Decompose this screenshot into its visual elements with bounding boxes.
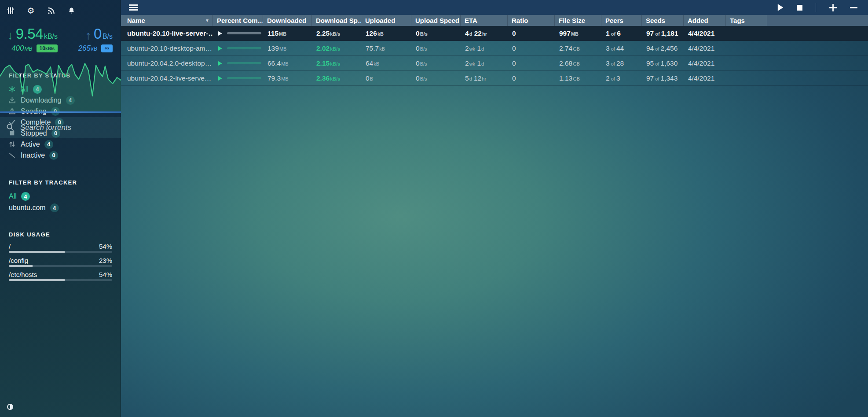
menu-icon[interactable] [129,3,138,12]
column-header-percent-com[interactable]: Percent Com… [213,15,263,26]
column-header-label: Seeds [646,17,665,24]
column-header-peers[interactable]: Peers [601,15,642,26]
download-limit-badge[interactable]: 10kB/s [37,44,58,52]
rss-icon[interactable] [46,5,56,16]
percent-complete-cell [213,56,263,70]
disk-section-title: DISK USAGE [9,231,112,238]
column-header-label: Download Sp… [316,17,361,24]
seeds-cell: 97 of 1,343 [642,71,684,85]
search-icon [6,123,15,132]
tags-cell [726,41,767,55]
upload-speed-unit: B/s [103,33,113,41]
column-header-label: Ratio [512,17,528,24]
filter-item-inactive[interactable]: Inactive0 [9,150,112,161]
tags-cell [726,26,767,41]
added-cell: 4/4/2021 [684,26,726,41]
disk-labels: /54% [9,243,112,251]
tracker-label: All [9,192,17,200]
peers-cell: 3 of 44 [601,41,642,55]
theme-toggle-icon[interactable] [6,403,15,412]
disk-labels: /config23% [9,257,112,265]
uploaded-cell: 0B [361,71,411,85]
sidebar-icon-bar: ⚙ [0,0,121,16]
progress-bar [227,77,261,79]
start-torrent-icon[interactable] [777,4,784,11]
active-icon [9,141,15,148]
column-header-label: File Size [559,17,585,24]
column-header-downloaded[interactable]: Downloaded [263,15,312,26]
remove-torrent-icon[interactable] [850,4,857,11]
tracker-item-ubuntu-com[interactable]: ubuntu.com4 [9,202,112,214]
upload-speed-value: 0 [94,26,102,42]
column-header-label: Name [127,17,145,24]
download-speed-unit: kB/s [44,33,58,41]
torrent-row[interactable]: ubuntu-20.04.2.0-desktop… 66.4MB2.15kB/s… [121,56,868,71]
upload-speed-block: ↑ 0 B/s 265kB ∞ [60,26,121,53]
toolbar [121,0,868,15]
tracker-count-badge: 4 [21,192,30,201]
eta-cell: 2wk 1d [461,41,508,55]
download-speed-value: 9.54 [16,26,43,42]
download-speed-cell: 2.15kB/s [312,56,361,70]
download-speed-block: ↓ 9.54 kB/s 400MB 10kB/s [0,26,60,53]
uploaded-cell: 64kB [361,56,411,70]
torrent-name-cell: ubuntu-20.10-desktop-am… [121,41,213,55]
column-header-label: Peers [605,17,623,24]
torrent-name-cell: ubuntu-20.04.2.0-desktop… [121,56,213,70]
column-header-added[interactable]: Added [684,15,726,26]
torrent-name-cell: ubuntu-20.04.2-live-serve… [121,71,213,85]
disk-path: /etc/hosts [9,271,37,279]
uploaded-cell: 126kB [361,26,411,41]
tags-cell [726,56,767,70]
upload-speed-cell: 0B/s [411,41,461,55]
column-header-file-size[interactable]: File Size [555,15,601,26]
add-torrent-icon[interactable] [829,4,837,11]
column-header-tags[interactable]: Tags [726,15,767,26]
search-box[interactable] [0,117,121,138]
stop-torrent-icon[interactable] [797,5,802,11]
file-size-cell: 997MB [555,26,601,41]
play-status-icon [218,31,222,36]
play-status-icon [218,76,222,81]
search-input[interactable] [20,123,113,132]
filter-count-badge: 0 [49,151,58,160]
filter-item-active[interactable]: Active4 [9,139,112,150]
filter-by-tracker-section: FILTER BY TRACKER All4ubuntu.com4 [9,179,112,214]
tracker-item-all[interactable]: All4 [9,191,112,202]
column-header-label: Percent Com… [217,17,263,24]
downloaded-cell: 79.3MB [263,71,312,85]
bell-icon[interactable] [66,5,77,16]
torrent-table-header: Name▼Percent Com…DownloadedDownload Sp…U… [121,15,868,26]
torrent-row[interactable]: ubuntu-20.04.2-live-serve… 79.3MB2.36kB/… [121,71,868,86]
column-header-download-sp[interactable]: Download Sp… [312,15,361,26]
column-header-label: Upload Speed [415,17,459,24]
column-header-eta[interactable]: ETA [461,15,508,26]
torrent-row[interactable]: ubuntu-20.10-desktop-am… 139MB2.02kB/s75… [121,41,868,56]
ratio-cell: 0 [508,71,555,85]
percent-complete-cell [213,71,263,85]
transfer-speeds: ↓ 9.54 kB/s 400MB 10kB/s ↑ 0 B/s 265kB ∞ [0,26,121,53]
upload-arrow-icon: ↑ [85,29,91,42]
disk-path: / [9,243,11,251]
column-header-name[interactable]: Name▼ [121,15,213,26]
downloaded-cell: 139MB [263,41,312,55]
column-header-seeds[interactable]: Seeds [642,15,684,26]
torrent-row[interactable]: ubuntu-20.10-live-server-… 115MB2.25kB/s… [121,26,868,41]
column-header-label: Tags [730,17,745,24]
column-header-upload-speed[interactable]: Upload Speed [411,15,461,26]
file-size-cell: 1.13GB [555,71,601,85]
column-header-label: Uploaded [365,17,395,24]
gear-icon[interactable]: ⚙ [26,5,36,16]
tracker-label: ubuntu.com [9,204,46,212]
file-size-cell: 2.68GB [555,56,601,70]
downloaded-cell: 115MB [263,26,312,41]
disk-percent: 54% [99,271,112,279]
column-header-ratio[interactable]: Ratio [508,15,555,26]
upload-limit-badge[interactable]: ∞ [101,44,113,52]
disk-percent: 23% [99,257,112,265]
sliders-icon[interactable] [5,5,16,16]
disk-usage-fill [9,265,33,267]
download-total: 400 [11,44,24,52]
ratio-cell: 0 [508,26,555,41]
column-header-uploaded[interactable]: Uploaded [361,15,411,26]
